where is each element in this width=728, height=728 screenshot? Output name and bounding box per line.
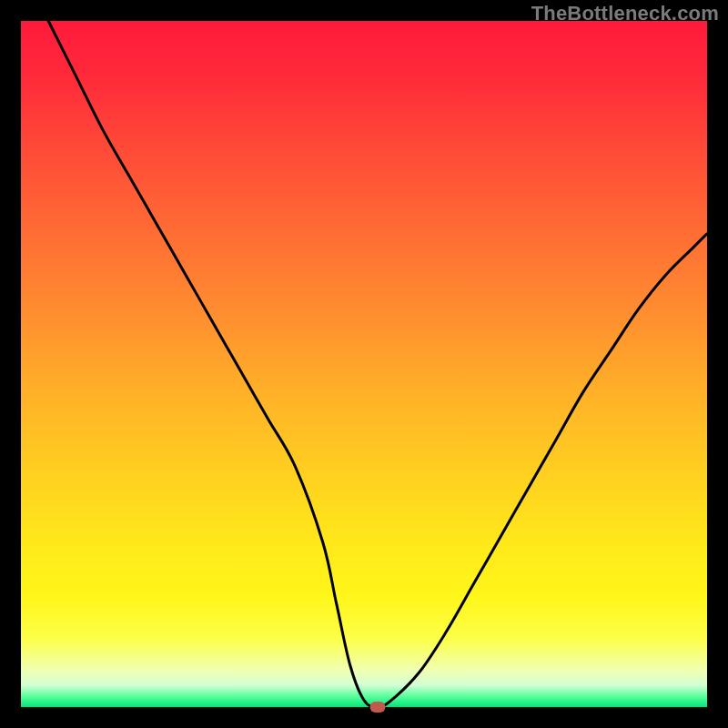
watermark-text: TheBottleneck.com xyxy=(531,2,719,25)
optimal-point-marker xyxy=(370,702,386,713)
chart-frame: TheBottleneck.com xyxy=(0,0,728,728)
bottleneck-curve xyxy=(21,21,707,707)
